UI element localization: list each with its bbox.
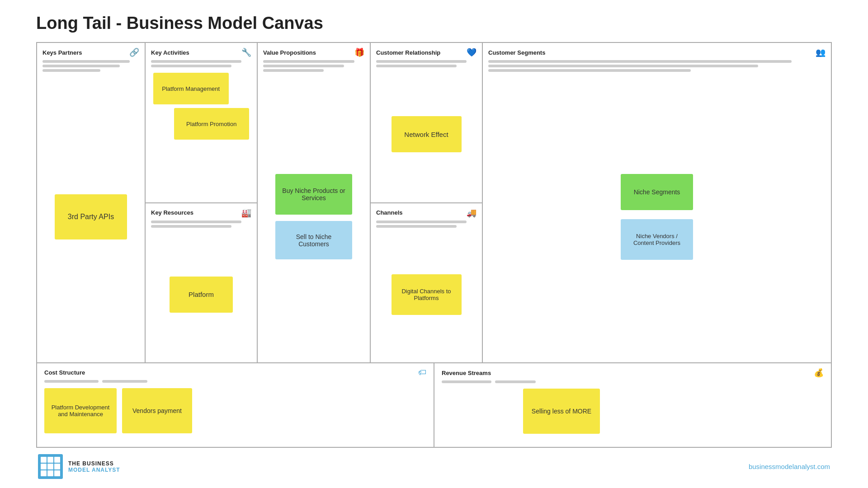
value-propositions-cell: Value Propositions 🎁 Buy Niche Products … [258, 43, 371, 362]
key-resources-header: Key Resources 🏭 [151, 208, 251, 218]
line [263, 65, 344, 67]
channels-header: Channels 🚚 [376, 208, 476, 218]
sticky-vendors-payment: Vendors payment [122, 388, 192, 433]
customer-segments-cell: Customer Segments 👥 Niche Segments Niche… [483, 43, 831, 362]
cost-structure-cell: Cost Structure 🏷 Platform Development an… [37, 363, 434, 447]
sticky-niche-vendors: Niche Vendors / Content Providers [621, 219, 693, 260]
logo-grid-cell [47, 470, 53, 476]
sticky-selling-less: Selling less of MORE [523, 389, 600, 434]
key-activities-lines [151, 60, 251, 67]
sticky-platform-dev: Platform Development and Maintenance [44, 388, 117, 433]
cost-icon: 🏷 [418, 368, 426, 377]
revenue-title: Revenue Streams [442, 370, 491, 376]
line [376, 225, 457, 228]
customer-seg-title: Customer Segments [488, 49, 545, 56]
line [151, 221, 241, 223]
line [442, 380, 491, 383]
canvas-bottom-row: Cost Structure 🏷 Platform Development an… [37, 363, 831, 447]
key-resources-icon: 🏭 [241, 208, 251, 218]
channels-title: Channels [376, 209, 403, 216]
sticky-platform-management: Platform Management [153, 73, 229, 104]
key-activities-icon: 🔧 [241, 47, 251, 57]
logo-text: THE BUSINESS MODEL ANALYST [68, 460, 120, 473]
key-resources-title: Key Resources [151, 209, 193, 216]
logo-line1: THE BUSINESS [68, 460, 120, 467]
keys-partners-header: Keys Partners 🔗 [42, 47, 139, 57]
value-props-header: Value Propositions 🎁 [263, 47, 364, 57]
logo-grid-cell [54, 464, 60, 469]
sticky-buy-niche: Buy Niche Products or Services [275, 174, 352, 215]
logo-grid [38, 454, 63, 479]
value-props-icon: 🎁 [354, 47, 364, 57]
line [488, 69, 691, 72]
page-title: Long Tail - Business Model Canvas [36, 14, 832, 33]
customer-rel-icon: 💙 [467, 47, 476, 57]
sticky-platform-promotion: Platform Promotion [174, 108, 250, 140]
logo-grid-cell [41, 464, 47, 469]
line [44, 380, 99, 383]
keys-partners-cell: Keys Partners 🔗 3rd Party APIs [37, 43, 146, 362]
footer-url: businessmodelanalyst.com [749, 463, 830, 470]
line [376, 221, 467, 223]
channels-section: Channels 🚚 Digital Channels to Platforms [371, 203, 482, 363]
footer: THE BUSINESS MODEL ANALYST businessmodel… [36, 454, 832, 479]
line [488, 60, 792, 63]
key-activities-header: Key Activities 🔧 [151, 47, 251, 57]
sticky-niche-segments: Niche Segments [621, 174, 693, 210]
line [102, 380, 147, 383]
logo-grid-cell [54, 457, 60, 463]
customer-rel-header: Customer Relationship 💙 [376, 47, 476, 57]
customer-seg-header: Customer Segments 👥 [488, 47, 826, 57]
line [376, 65, 457, 67]
value-props-lines [263, 60, 364, 72]
logo-grid-cell [47, 464, 53, 469]
line [495, 380, 536, 383]
cost-stickies: Platform Development and Maintenance Ven… [44, 388, 426, 433]
keys-partners-icon: 🔗 [129, 47, 139, 57]
key-activities-title: Key Activities [151, 49, 189, 56]
revenue-header: Revenue Streams 💰 [442, 368, 824, 378]
sticky-network-effect: Network Effect [392, 116, 462, 152]
logo-grid-cell [54, 470, 60, 476]
keys-partners-lines [42, 60, 139, 72]
channels-icon: 🚚 [467, 208, 476, 218]
line [488, 65, 758, 67]
logo-grid-cell [47, 457, 53, 463]
logo-grid-cell [41, 470, 47, 476]
sticky-platform: Platform [170, 277, 233, 313]
customer-seg-lines [488, 60, 826, 72]
keys-partners-title: Keys Partners [42, 49, 82, 56]
line [151, 65, 231, 67]
cost-header: Cost Structure 🏷 [44, 368, 426, 377]
line [151, 60, 241, 63]
customer-rel-lines [376, 60, 476, 67]
channels-lines [376, 221, 476, 228]
line [151, 225, 231, 228]
line [42, 60, 130, 63]
customer-rel-channels-cell: Customer Relationship 💙 Network Effect C… [371, 43, 483, 362]
line [42, 69, 100, 72]
logo-line2: MODEL ANALYST [68, 467, 120, 473]
revenue-streams-cell: Revenue Streams 💰 Selling less of MORE [434, 363, 831, 447]
key-resources-section: Key Resources 🏭 Platform [146, 203, 257, 363]
canvas-wrapper: Keys Partners 🔗 3rd Party APIs Key Activ… [36, 42, 832, 448]
sticky-3rd-party-apis: 3rd Party APIs [55, 194, 127, 239]
line [263, 69, 324, 72]
sticky-digital-channels: Digital Channels to Platforms [392, 274, 462, 315]
value-props-title: Value Propositions [263, 49, 316, 56]
key-activities-resources-cell: Key Activities 🔧 Platform Management Pla… [146, 43, 258, 362]
customer-rel-section: Customer Relationship 💙 Network Effect [371, 43, 482, 203]
canvas-top-row: Keys Partners 🔗 3rd Party APIs Key Activ… [37, 43, 831, 363]
line [263, 60, 354, 63]
key-activities-section: Key Activities 🔧 Platform Management Pla… [146, 43, 257, 203]
logo-grid-cell [41, 457, 47, 463]
revenue-stickies: Selling less of MORE [442, 389, 824, 434]
customer-seg-icon: 👥 [816, 47, 826, 57]
key-resources-lines [151, 221, 251, 228]
line [376, 60, 467, 63]
cost-title: Cost Structure [44, 369, 85, 376]
customer-rel-title: Customer Relationship [376, 49, 440, 56]
sticky-sell-niche: Sell to Niche Customers [275, 221, 352, 259]
logo-area: THE BUSINESS MODEL ANALYST [38, 454, 120, 479]
line [42, 65, 120, 67]
